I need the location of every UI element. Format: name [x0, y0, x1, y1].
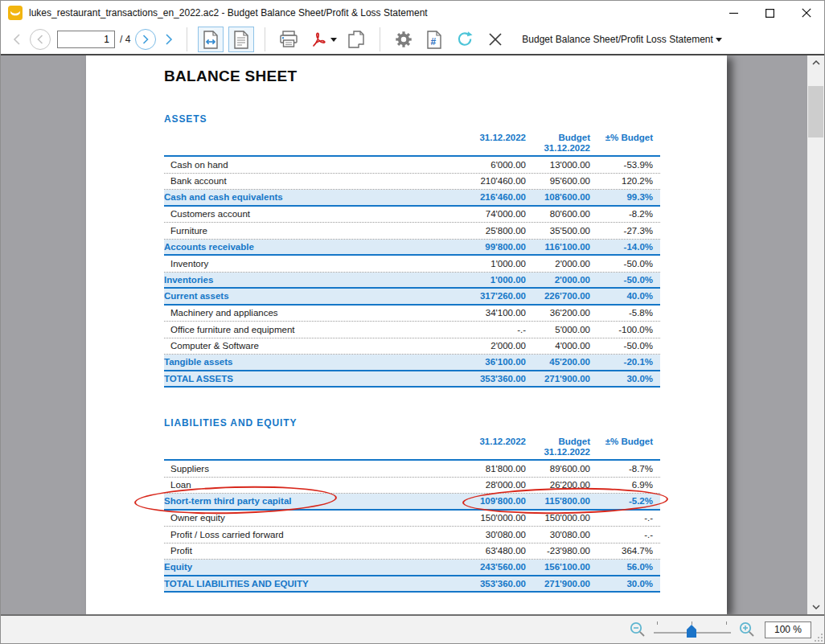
- table-row: Customers account74'000.0080'600.00-8.2%: [164, 207, 660, 224]
- print-button[interactable]: [276, 27, 302, 52]
- last-page-button[interactable]: [159, 28, 179, 51]
- table-row: Profit / Loss carried forward30'080.0030…: [164, 527, 660, 544]
- scroll-up-button[interactable]: [807, 55, 824, 70]
- scroll-down-button[interactable]: [807, 600, 824, 614]
- fit-width-icon: [202, 30, 220, 50]
- toolbar-separator: [380, 27, 380, 51]
- section-heading: ASSETS: [164, 113, 660, 125]
- svg-text:#: #: [431, 36, 437, 47]
- table-row: Inventory1'000.002'000.00-50.0%: [164, 256, 660, 273]
- table-row: Cash on hand6'000.0013'000.00-53.9%: [164, 157, 660, 174]
- zoom-in-button[interactable]: [737, 620, 757, 639]
- table-row: Tangible assets36'100.0045'200.00-20.1%: [164, 355, 660, 371]
- table-row: TOTAL ASSETS353'360.00271'900.0030.0%: [164, 371, 660, 388]
- application-window: lukes_restaurant_transactions_en_2022.ac…: [0, 0, 825, 644]
- settings-button[interactable]: [391, 27, 417, 52]
- first-page-icon: [12, 33, 22, 46]
- resize-grip[interactable]: [813, 632, 823, 642]
- table-row: Office furniture and equipment-.-5'000.0…: [164, 322, 660, 338]
- column-headers: 31.12.2022 Budget 31.12.2022 ±% Budget: [164, 433, 660, 461]
- preview-toolbar: / 4: [1, 25, 824, 55]
- column-header-current: 31.12.2022: [454, 133, 526, 143]
- slider-thumb[interactable]: [687, 625, 696, 638]
- pdf-export-icon: [309, 30, 328, 49]
- table-row: Current assets317'260.00226'700.0040.0%: [164, 289, 660, 306]
- report-selector-caret-icon: [716, 38, 722, 42]
- table-body: Cash on hand6'000.0013'000.00-53.9%Bank …: [164, 157, 660, 388]
- table-row: Cash and cash equivalents216'460.00108'6…: [164, 190, 660, 207]
- table-row: Profit63'480.00-23'980.00364.7%: [164, 544, 660, 560]
- page-numbering-button[interactable]: #: [421, 27, 447, 52]
- minimize-button[interactable]: [716, 1, 752, 25]
- assets-section: ASSETS 31.12.2022 Budget 31.12.2022 ±% B…: [164, 113, 660, 388]
- report-title: BALANCE SHEET: [164, 68, 297, 85]
- table-row: Computer & Software2'000.004'000.00-50.0…: [164, 338, 660, 355]
- close-button[interactable]: [788, 1, 824, 25]
- copy-button[interactable]: [343, 27, 369, 52]
- table-row: Equity243'560.00156'100.0056.0%: [164, 560, 660, 576]
- refresh-icon: [455, 30, 474, 49]
- close-preview-icon: [487, 31, 503, 47]
- column-header-current: 31.12.2022: [454, 437, 526, 447]
- print-icon: [278, 30, 299, 49]
- zoom-percentage-field[interactable]: 100 %: [765, 621, 811, 638]
- close-preview-button[interactable]: [482, 27, 508, 52]
- page-numbering-icon: #: [425, 30, 443, 50]
- window-title: lukes_restaurant_transactions_en_2022.ac…: [29, 7, 428, 18]
- column-header-pct: ±% Budget: [590, 133, 653, 143]
- copy-icon: [347, 30, 366, 49]
- table-row: Furniture25'800.0035'500.00-27.3%: [164, 223, 660, 240]
- zoom-slider[interactable]: [654, 621, 731, 638]
- next-page-icon: [142, 34, 150, 45]
- pdf-export-button[interactable]: [306, 27, 339, 52]
- page-number-input[interactable]: [57, 31, 115, 48]
- window-controls: [716, 1, 824, 25]
- section-heading: LIABILITIES AND EQUITY: [164, 417, 660, 429]
- slider-tick: [657, 621, 658, 625]
- prev-page-button[interactable]: [30, 29, 51, 50]
- table-row: TOTAL LIABILITIES AND EQUITY353'360.0027…: [164, 576, 660, 593]
- slider-tick: [726, 621, 727, 625]
- table-row: Suppliers81'800.0089'600.00-8.7%: [164, 461, 660, 478]
- scrollbar-thumb[interactable]: [808, 86, 823, 137]
- prev-page-icon: [36, 34, 44, 45]
- table-row: Bank account210'460.0095'600.00120.2%: [164, 174, 660, 191]
- single-page-icon: [232, 30, 250, 50]
- report-selector-dropdown[interactable]: Budget Balance Sheet/Profit Loss Stateme…: [522, 34, 721, 45]
- column-header-budget: Budget 31.12.2022: [526, 437, 590, 457]
- zoom-out-button[interactable]: [628, 620, 647, 639]
- report-selector-label: Budget Balance Sheet/Profit Loss Stateme…: [522, 34, 712, 45]
- toolbar-separator: [265, 27, 265, 51]
- status-bar: 100 %: [1, 614, 824, 643]
- single-page-view-button[interactable]: [228, 27, 254, 52]
- table-body: Suppliers81'800.0089'600.00-8.7%Loan28'0…: [164, 461, 660, 593]
- report-page: BALANCE SHEET ASSETS 31.12.2022 Budget 3…: [86, 55, 727, 614]
- title-bar: lukes_restaurant_transactions_en_2022.ac…: [1, 1, 824, 25]
- last-page-icon: [164, 33, 174, 46]
- zoom-out-icon: [629, 621, 646, 638]
- first-page-button[interactable]: [7, 28, 27, 51]
- zoom-in-icon: [738, 621, 756, 638]
- fit-width-button[interactable]: [198, 27, 224, 52]
- toolbar-separator: [187, 27, 187, 51]
- table-row: Inventories1'000.002'000.00-50.0%: [164, 273, 660, 289]
- settings-gear-icon: [393, 29, 414, 50]
- chevron-up-icon: [812, 60, 820, 65]
- column-header-pct: ±% Budget: [590, 437, 653, 447]
- slider-tick: [692, 621, 692, 625]
- maximize-button[interactable]: [752, 1, 788, 25]
- column-header-budget: Budget 31.12.2022: [526, 133, 590, 154]
- banana-accounting-logo-icon: [8, 6, 23, 20]
- pdf-options-caret-icon: [330, 38, 337, 42]
- page-count-label: / 4: [120, 34, 130, 45]
- chevron-down-icon: [812, 605, 820, 609]
- refresh-button[interactable]: [452, 27, 478, 52]
- print-preview-area: BALANCE SHEET ASSETS 31.12.2022 Budget 3…: [1, 55, 824, 614]
- column-headers: 31.12.2022 Budget 31.12.2022 ±% Budget: [164, 129, 660, 157]
- vertical-scrollbar[interactable]: [807, 55, 824, 614]
- table-row: Machinery and appliances34'100.0036'200.…: [164, 306, 660, 322]
- table-row: Accounts receivable99'800.00116'100.00-1…: [164, 240, 660, 256]
- next-page-button[interactable]: [135, 29, 156, 50]
